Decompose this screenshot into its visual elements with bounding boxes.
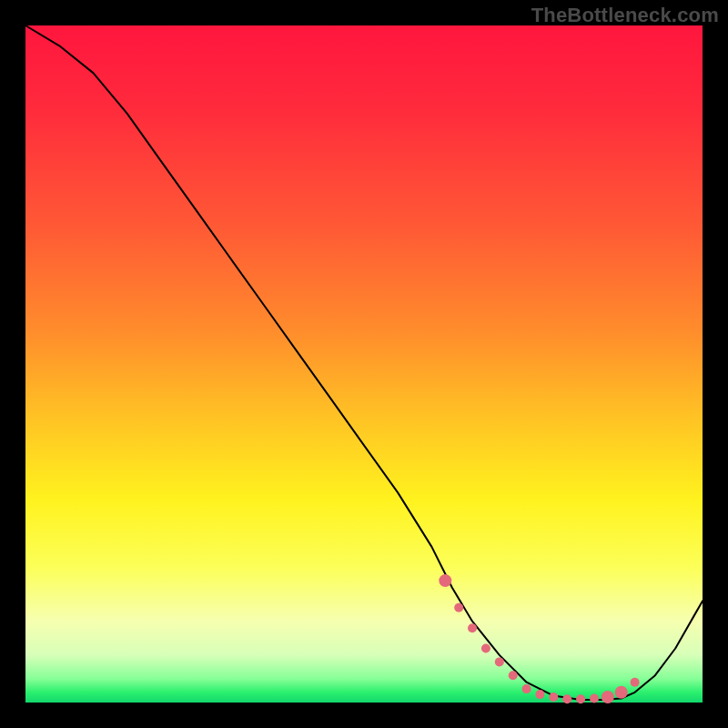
watermark-text: TheBottleneck.com — [531, 4, 719, 27]
highlight-dot — [522, 684, 531, 693]
highlight-dot — [509, 671, 518, 680]
highlight-dot — [590, 694, 599, 703]
bottleneck-curve — [25, 25, 703, 700]
plot-area — [25, 25, 703, 703]
line-chart-svg — [25, 25, 703, 703]
highlight-dot — [495, 657, 504, 666]
highlight-dot — [468, 623, 477, 632]
highlight-dot — [535, 690, 544, 699]
highlight-dot — [602, 691, 614, 703]
chart-frame: TheBottleneck.com — [0, 0, 728, 728]
highlight-dot — [615, 686, 628, 699]
highlight-dot — [454, 603, 463, 612]
highlight-dot — [549, 693, 558, 702]
highlight-dot — [562, 694, 571, 703]
highlight-dot — [439, 574, 451, 587]
highlight-markers — [439, 574, 639, 703]
highlight-dot — [631, 678, 640, 687]
highlight-dot — [481, 644, 490, 653]
highlight-dot — [576, 694, 585, 703]
